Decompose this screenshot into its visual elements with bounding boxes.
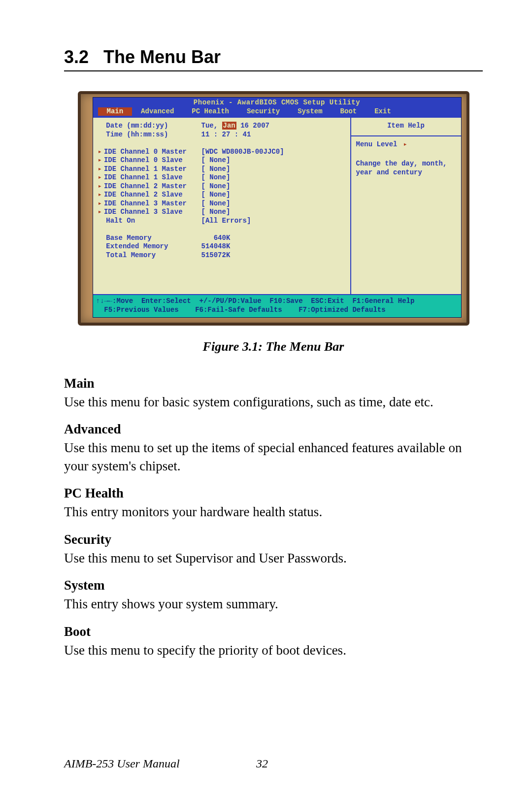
triangle-icon: ▸ bbox=[98, 165, 102, 173]
triangle-icon: ▸ bbox=[98, 173, 102, 181]
ide-row[interactable]: ▸IDE Channel 0 Slave[ None] bbox=[98, 156, 345, 165]
desc-heading: PC Health bbox=[64, 486, 483, 501]
desc-pc-health: PC Health This entry monitors your hardw… bbox=[64, 486, 483, 521]
tab-system[interactable]: System bbox=[289, 107, 331, 116]
desc-boot: Boot Use this menu to specify the priori… bbox=[64, 624, 483, 659]
monitor-bezel: Phoenix - AwardBIOS CMOS Setup Utility M… bbox=[78, 91, 469, 326]
triangle-icon: ▸ bbox=[98, 191, 102, 199]
section-number: 3.2 bbox=[64, 47, 89, 67]
tab-exit[interactable]: Exit bbox=[366, 107, 400, 116]
date-label: Date (mm:dd:yy) bbox=[106, 122, 168, 130]
section-title: The Menu Bar bbox=[103, 47, 221, 67]
tab-boot[interactable]: Boot bbox=[332, 107, 366, 116]
tab-security[interactable]: Security bbox=[238, 107, 289, 116]
bios-title: Phoenix - AwardBIOS CMOS Setup Utility bbox=[93, 98, 461, 107]
desc-advanced: Advanced Use this menu to set up the ite… bbox=[64, 422, 483, 475]
triangle-icon: ▸ bbox=[98, 199, 102, 207]
triangle-icon: ▸ bbox=[98, 182, 102, 190]
desc-text: Use this menu to specify the priority of… bbox=[64, 641, 483, 659]
date-row[interactable]: Date (mm:dd:yy) Tue, Jan 16 2007 bbox=[98, 122, 345, 131]
time-label: Time (hh:mm:ss) bbox=[106, 131, 168, 138]
date-highlight: Jan bbox=[222, 122, 236, 130]
help-divider bbox=[351, 135, 461, 136]
desc-heading: Advanced bbox=[64, 422, 483, 437]
section-heading: 3.2 The Menu Bar bbox=[64, 47, 483, 71]
time-row[interactable]: Time (hh:mm:ss) 11 : 27 : 41 bbox=[98, 131, 345, 139]
tab-advanced[interactable]: Advanced bbox=[132, 107, 183, 116]
desc-heading: Boot bbox=[64, 624, 483, 639]
ide-row[interactable]: ▸IDE Channel 1 Master[ None] bbox=[98, 165, 345, 174]
ide-row[interactable]: ▸IDE Channel 3 Master[ None] bbox=[98, 199, 345, 208]
help-title: Item Help bbox=[356, 122, 456, 131]
date-prefix: Tue, bbox=[201, 122, 222, 130]
desc-security: Security Use this menu to set Supervisor… bbox=[64, 532, 483, 567]
bios-main-panel: Date (mm:dd:yy) Tue, Jan 16 2007 Time (h… bbox=[93, 118, 350, 294]
triangle-icon: ▸ bbox=[98, 156, 102, 164]
memory-row: Base Memory 640K bbox=[98, 234, 345, 243]
triangle-icon: ▸ bbox=[403, 140, 407, 148]
triangle-icon: ▸ bbox=[98, 208, 102, 216]
desc-main: Main Use this menu for basic system conf… bbox=[64, 376, 483, 411]
ide-row[interactable]: ▸IDE Channel 1 Slave[ None] bbox=[98, 173, 345, 182]
desc-heading: Main bbox=[64, 376, 483, 391]
footer-page-number: 32 bbox=[256, 757, 268, 770]
desc-text: Use this menu for basic system configura… bbox=[64, 393, 483, 411]
tab-main[interactable]: Main bbox=[98, 107, 133, 116]
desc-text: Use this menu to set Supervisor and User… bbox=[64, 549, 483, 567]
bios-help-panel: Item Help Menu Level▸ Change the day, mo… bbox=[350, 118, 461, 294]
memory-row: Extended Memory514048K bbox=[98, 242, 345, 251]
ide-row[interactable]: ▸IDE Channel 2 Master[ None] bbox=[98, 182, 345, 191]
page-footer: AIMB-253 User Manual 32 bbox=[64, 757, 483, 770]
memory-row: Total Memory515072K bbox=[98, 251, 345, 260]
footer-line-2: F5:Previous Values F6:Fail-Safe Defaults… bbox=[96, 306, 458, 315]
ide-row[interactable]: ▸IDE Channel 2 Slave[ None] bbox=[98, 191, 345, 199]
desc-text: This entry monitors your hardware health… bbox=[64, 503, 483, 521]
help-text: Change the day, month, year and century bbox=[356, 160, 456, 177]
desc-heading: System bbox=[64, 578, 483, 593]
desc-text: Use this menu to set up the items of spe… bbox=[64, 439, 483, 475]
menu-level: Menu Level▸ bbox=[356, 140, 456, 149]
ide-row[interactable]: ▸IDE Channel 0 Master[WDC WD800JB-00JJC0… bbox=[98, 148, 345, 157]
bios-menubar[interactable]: Main Advanced PC Health Security System … bbox=[93, 107, 461, 117]
time-value: 11 : 27 : 41 bbox=[201, 131, 345, 139]
ide-row[interactable]: ▸IDE Channel 3 Slave[ None] bbox=[98, 208, 345, 217]
triangle-icon: ▸ bbox=[98, 148, 102, 156]
bios-screen: Phoenix - AwardBIOS CMOS Setup Utility M… bbox=[93, 97, 462, 318]
date-suffix: 16 2007 bbox=[236, 122, 269, 130]
desc-system: System This entry shows your system summ… bbox=[64, 578, 483, 613]
bios-footer: ↑↓→←:Move Enter:Select +/-/PU/PD:Value F… bbox=[93, 295, 461, 317]
footer-line-1: ↑↓→←:Move Enter:Select +/-/PU/PD:Value F… bbox=[96, 297, 458, 306]
halt-row[interactable]: Halt On[All Errors] bbox=[98, 217, 345, 226]
bios-body: Date (mm:dd:yy) Tue, Jan 16 2007 Time (h… bbox=[93, 117, 461, 295]
desc-heading: Security bbox=[64, 532, 483, 547]
manual-page: 3.2 The Menu Bar Phoenix - AwardBIOS CMO… bbox=[0, 0, 532, 797]
figure-caption: Figure 3.1: The Menu Bar bbox=[64, 339, 483, 354]
footer-doc-title: AIMB-253 User Manual bbox=[64, 757, 256, 770]
tab-pc-health[interactable]: PC Health bbox=[183, 107, 238, 116]
desc-text: This entry shows your system summary. bbox=[64, 595, 483, 613]
screenshot-container: Phoenix - AwardBIOS CMOS Setup Utility M… bbox=[64, 91, 483, 326]
